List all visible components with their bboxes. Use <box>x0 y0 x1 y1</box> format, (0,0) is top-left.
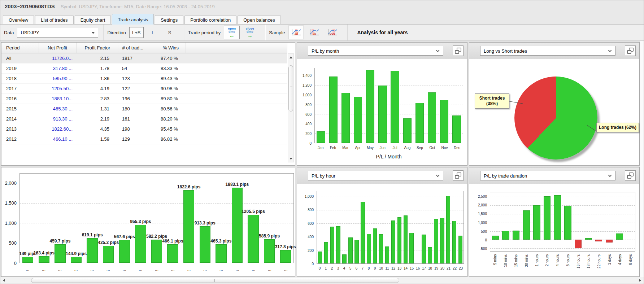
x-tick-label: 16 hours <box>576 254 580 278</box>
table-row[interactable]: 2019317.80 ...1.785483.33 % <box>1 63 287 73</box>
y-tick-label: 400 <box>305 122 312 126</box>
tab-open-balances[interactable]: Open balances <box>238 15 280 25</box>
table-cell: 123 <box>119 73 156 83</box>
scroll-up-button[interactable] <box>288 54 293 60</box>
svg-text:is: is <box>314 32 317 35</box>
tab-overview[interactable]: Overview <box>3 15 34 25</box>
direction-long-button[interactable]: L <box>146 27 160 38</box>
x-tick-label: 22 <box>453 266 457 270</box>
long-vs-short-dropdown[interactable]: Long vs Short trades <box>480 46 615 56</box>
bar <box>367 234 371 263</box>
sample-in-sample-button[interactable]: is <box>306 26 322 39</box>
bar <box>378 86 387 143</box>
pl-by-month-dropdown[interactable]: P/L by month <box>308 46 443 56</box>
tab-trade-analysis[interactable]: Trade analysis <box>112 14 154 25</box>
x-tick-label: 18 hours <box>587 254 591 278</box>
copy-chart-button[interactable] <box>453 170 464 181</box>
table-header-row: PeriodNet ProfitProfit Factor# of trad..… <box>1 43 287 53</box>
x-tick-label: May <box>367 146 374 150</box>
open-time-button[interactable]: open time ← <box>224 26 240 39</box>
bar <box>39 256 49 263</box>
y-axis: -50005001,0001,5002,0002,500 <box>469 192 489 252</box>
bar <box>361 202 365 263</box>
sample-all-button[interactable]: all <box>288 26 304 39</box>
close-time-button[interactable]: close time → <box>242 26 258 39</box>
table-cell: 2018 <box>1 73 39 83</box>
table-cell: 466.10 ... <box>39 134 76 144</box>
y-tick-label: 1,400 <box>303 74 312 78</box>
table-row[interactable]: 2014913.30 ...2.1916188.20 % <box>1 114 287 124</box>
horizontal-scrollbar-thumb[interactable] <box>31 278 399 283</box>
y-tick-label: 1,500 <box>478 212 487 216</box>
column-header[interactable]: Profit Factor <box>76 43 119 53</box>
table-cell: 198 <box>119 124 156 134</box>
bar-value-label: 1822.6 pips <box>177 184 201 189</box>
table-row[interactable]: 2015465.30 ...1.3118080.56 % <box>1 104 287 114</box>
gridline <box>317 197 464 197</box>
plot-area <box>317 191 464 264</box>
table-cell: 585.90 ... <box>39 73 76 83</box>
x-tick-label: 10 mins <box>504 254 508 278</box>
column-header[interactable]: Period <box>1 43 39 53</box>
tab-settings[interactable]: Settings <box>155 15 183 25</box>
x-tick-label: Jul <box>393 146 397 150</box>
tab-equity-chart[interactable]: Equity chart <box>75 15 111 25</box>
bar <box>183 190 194 263</box>
x-tick-label: Jun <box>380 146 386 150</box>
scroll-down-button[interactable] <box>288 156 293 161</box>
table-row[interactable]: 2012466.10 ...1.5912986.82 % <box>1 134 287 144</box>
direction-short-button[interactable]: S <box>162 27 177 38</box>
column-header[interactable]: # of trad... <box>119 43 156 53</box>
long-vs-short-panel: Long vs Short trades Short trades (38%) … <box>469 42 640 166</box>
direction-long-short-button[interactable]: L+S <box>129 27 144 38</box>
x-tick-label: 22 hours <box>597 254 601 278</box>
scroll-left-button[interactable] <box>1 277 7 284</box>
data-symbol-dropdown[interactable]: USDJPY <box>17 28 98 38</box>
long-trades-callout: Long trades (62%) <box>596 123 639 132</box>
plot-area: 149 pips163.4 pips459.7 pips144.9 pips61… <box>19 173 294 263</box>
table-scrollbar-thumb[interactable] <box>288 65 293 112</box>
column-header[interactable]: % Wins <box>156 43 186 53</box>
copy-chart-button[interactable] <box>453 45 464 56</box>
table-row[interactable]: All11726.0...2.15181787.40 % <box>1 53 287 63</box>
bar <box>167 244 178 263</box>
y-tick-label: 1,000 <box>303 93 312 97</box>
copy-chart-button[interactable] <box>625 45 636 56</box>
pl-by-month-chart: 02004006008001,0001,2001,400 JanFebMarAp… <box>297 59 467 165</box>
x-tick-label: 4 hours <box>556 254 560 278</box>
bar <box>330 227 335 263</box>
bar <box>404 215 408 263</box>
y-tick-label: 600 <box>305 112 312 116</box>
column-header[interactable]: Net Profit <box>39 43 76 53</box>
table-cell: 2016 <box>1 93 39 104</box>
x-tick-label: 4 days <box>618 254 622 278</box>
tab-portfolio-correlation[interactable]: Portfolio correlation <box>184 15 236 25</box>
direction-label: Direction <box>107 30 126 35</box>
table-cell <box>186 93 287 104</box>
bar-value-label: 955.3 pips <box>130 219 151 224</box>
content-area: PeriodNet ProfitProfit Factor# of trad..… <box>0 41 644 277</box>
table-cell: 196 <box>119 93 156 104</box>
bar <box>502 231 509 240</box>
table-row[interactable]: 20161883.10...2.8319689.80 % <box>1 93 287 104</box>
y-tick-label: 1,200 <box>303 83 312 87</box>
long-vs-short-chart: Short trades (38%) Long trades (62%) <box>469 59 639 165</box>
sample-out-of-sample-button[interactable]: oos <box>324 26 340 39</box>
x-tick-label: 16 <box>416 266 420 270</box>
copy-chart-button[interactable] <box>625 170 636 181</box>
vertical-scrollbar-track[interactable] <box>640 41 644 277</box>
bar <box>87 238 97 263</box>
trade-period-label: Trade period by <box>188 30 221 35</box>
pl-by-duration-dropdown[interactable]: P/L by trade duration <box>480 171 615 180</box>
tab-list-of-trades[interactable]: List of trades <box>35 15 73 25</box>
table-row[interactable]: 20171205.50...4.1912290.98 % <box>1 83 287 93</box>
x-tick-label: 1 hours <box>535 254 539 278</box>
table-cell: 1.59 <box>76 134 119 144</box>
x-tick-label: 5 <box>349 266 352 270</box>
bar-value-label: 913.3 pips <box>195 220 216 226</box>
table-cell: 83.33 % <box>156 63 186 73</box>
pl-by-hour-dropdown[interactable]: P/L by hour <box>308 171 443 180</box>
scroll-right-button[interactable] <box>637 277 643 284</box>
table-row[interactable]: 2018585.90 ...1.8612389.43 % <box>1 73 287 83</box>
table-row[interactable]: 20131822.60...4.3519895.45 % <box>1 124 287 134</box>
